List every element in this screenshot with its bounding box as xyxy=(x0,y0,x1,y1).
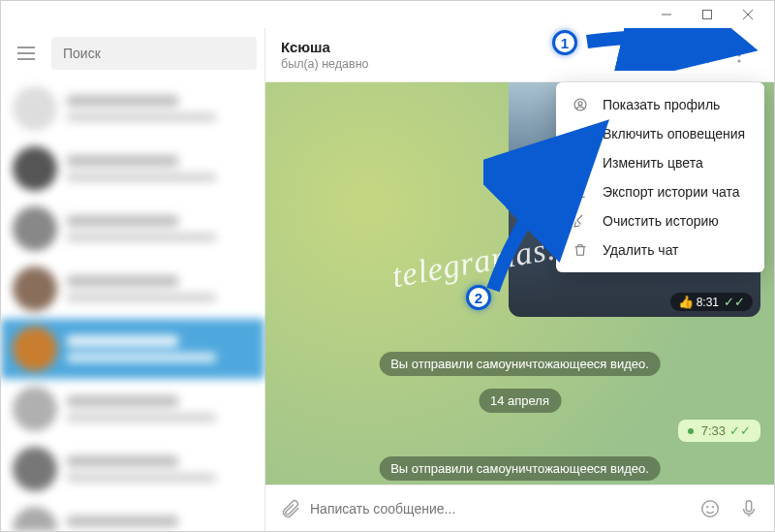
message-time: 7:33 xyxy=(701,423,726,438)
chat-title[interactable]: Ксюша xyxy=(281,39,369,55)
window-titlebar xyxy=(1,1,774,28)
hamburger-menu-button[interactable] xyxy=(9,36,44,71)
date-divider: 14 апреля xyxy=(479,389,561,413)
svg-point-18 xyxy=(578,102,582,106)
chat-input-area xyxy=(265,485,774,531)
annotation-badge-1: 1 xyxy=(552,30,577,55)
chat-list-item[interactable] xyxy=(1,199,264,259)
window-maximize-button[interactable] xyxy=(687,1,728,28)
svg-point-13 xyxy=(707,506,708,507)
menu-label: Показать профиль xyxy=(603,97,720,112)
profile-icon xyxy=(572,97,589,112)
service-message: Вы отправили самоуничтожающееся видео. xyxy=(379,456,661,481)
chat-list-item[interactable] xyxy=(1,439,264,499)
chat-list-item[interactable] xyxy=(1,78,264,139)
chat-list-item-active[interactable] xyxy=(1,319,264,379)
voice-message-button[interactable] xyxy=(729,489,768,528)
photo-time-badge: 👍 8:31 ✓✓ xyxy=(670,293,753,311)
message-input[interactable] xyxy=(310,501,691,516)
window-minimize-button[interactable] xyxy=(646,1,687,28)
svg-rect-15 xyxy=(746,500,752,511)
chat-list-item[interactable] xyxy=(1,139,264,199)
photo-time: 8:31 xyxy=(697,296,719,309)
chat-subtitle: был(а) недавно xyxy=(281,57,369,71)
svg-point-12 xyxy=(702,500,719,516)
read-checks-icon: ✓✓ xyxy=(724,295,745,309)
chat-list-item[interactable] xyxy=(1,499,264,531)
emoji-button[interactable] xyxy=(691,489,729,528)
window-close-button[interactable] xyxy=(728,1,768,28)
media-dot-icon xyxy=(688,428,694,434)
thumbs-up-icon: 👍 xyxy=(678,295,694,309)
attach-button[interactable] xyxy=(271,489,310,528)
annotation-arrow-2 xyxy=(483,117,629,297)
chat-list-item[interactable] xyxy=(1,379,264,439)
service-message: Вы отправили самоуничтожающееся видео. xyxy=(379,352,661,376)
chat-list-item[interactable] xyxy=(1,259,264,319)
annotation-badge-2: 2 xyxy=(466,285,491,310)
chat-list[interactable] xyxy=(1,78,264,531)
read-checks-icon: ✓✓ xyxy=(729,423,751,438)
search-input[interactable] xyxy=(63,46,245,61)
outgoing-message[interactable]: 7:33 ✓✓ xyxy=(678,420,760,442)
menu-item-show-profile[interactable]: Показать профиль xyxy=(556,90,764,119)
sidebar xyxy=(1,28,265,531)
svg-rect-1 xyxy=(703,11,712,19)
search-container[interactable] xyxy=(51,37,257,70)
svg-point-14 xyxy=(712,506,713,507)
annotation-arrow-1 xyxy=(582,28,761,71)
